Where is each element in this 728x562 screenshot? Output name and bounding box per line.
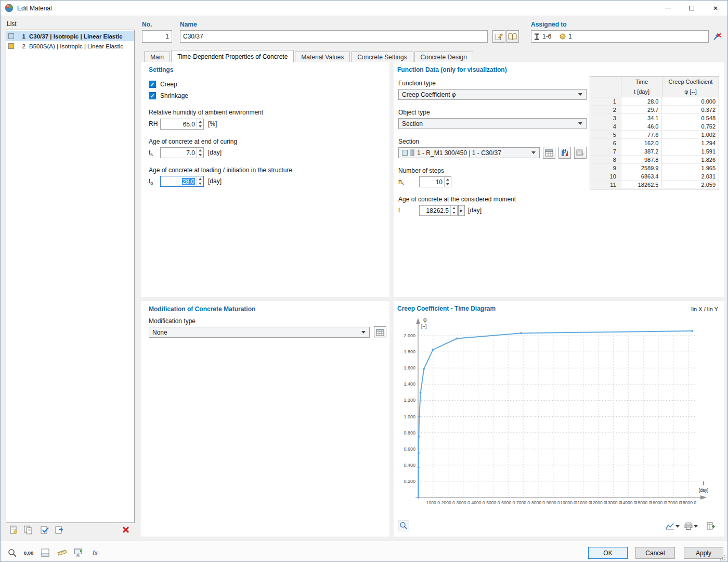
table-row[interactable]: 229.70.372 xyxy=(590,106,719,114)
import-material-button[interactable] xyxy=(54,524,65,535)
table-row[interactable]: 577.61.002 xyxy=(590,131,719,139)
new-section-button[interactable] xyxy=(574,147,587,159)
tab-time-dependent-properties-of-concrete[interactable]: Time-Dependent Properties of Concrete xyxy=(171,50,294,62)
function-type-label: Function type xyxy=(398,80,436,87)
table-cell: 3 xyxy=(590,114,621,122)
check-materials-button[interactable] xyxy=(39,524,50,535)
zoom-button[interactable] xyxy=(398,520,409,531)
steps-input[interactable]: 10 xyxy=(419,176,451,187)
spin-down-icon[interactable] xyxy=(197,124,203,130)
shrinkage-checkbox[interactable]: ✓ Shrinkage xyxy=(149,92,188,100)
svg-text:0.400: 0.400 xyxy=(404,463,415,468)
table-cell: 6863.4 xyxy=(621,172,662,180)
table-row[interactable]: 334.10.548 xyxy=(590,114,719,122)
list-item[interactable]: 1C30/37 | Isotropic | Linear Elastic xyxy=(6,31,134,41)
creep-checkbox[interactable]: ✓ Creep xyxy=(149,80,177,88)
table-row[interactable]: 92589.91.965 xyxy=(590,164,719,172)
bottom-toolbar: 0,00 fx OK Cancel Apply xyxy=(1,541,727,562)
assigned-to-field[interactable]: 1-6 1 xyxy=(531,30,709,43)
tab-material-values[interactable]: Material Values xyxy=(295,52,350,62)
units-button[interactable] xyxy=(56,546,68,559)
svg-text:14000.0: 14000.0 xyxy=(620,500,636,505)
curing-input[interactable]: 7.0 xyxy=(160,147,204,158)
object-type-select[interactable]: Section xyxy=(398,118,587,129)
spin-down-icon[interactable] xyxy=(197,153,203,158)
resize-grip[interactable] xyxy=(720,555,726,561)
spin-up-icon[interactable] xyxy=(197,148,203,153)
svg-text:7000.0: 7000.0 xyxy=(516,500,530,505)
print-button[interactable] xyxy=(683,521,699,531)
section-dialog-button[interactable]: 1 xyxy=(558,147,571,159)
section-library-button[interactable] xyxy=(543,147,555,159)
spin-up-icon[interactable] xyxy=(197,176,203,182)
decimal-places-button[interactable]: 0,00 xyxy=(22,546,35,559)
new-material-button[interactable] xyxy=(8,524,19,535)
svg-text:16000.0: 16000.0 xyxy=(651,500,667,505)
table-row[interactable]: 128.00.000 xyxy=(590,97,719,106)
moment-input[interactable]: 18262.5 xyxy=(419,205,458,216)
material-library-button[interactable] xyxy=(506,30,519,43)
spin-up-icon[interactable] xyxy=(445,177,451,182)
section-select[interactable]: 1 - R_M1 300/450 | 1 - C30/37 xyxy=(398,147,540,158)
tab-concrete-settings[interactable]: Concrete Settings xyxy=(351,52,413,62)
export-table-button[interactable] xyxy=(705,520,717,531)
function-editor-button[interactable]: fx xyxy=(89,546,101,559)
table-cell: 2.031 xyxy=(662,172,719,180)
display-settings-button[interactable] xyxy=(72,546,85,559)
modification-type-select[interactable]: None xyxy=(149,327,370,338)
spin-down-icon[interactable] xyxy=(445,182,451,187)
material-name-input[interactable]: C30/37 xyxy=(180,30,488,43)
delete-material-button[interactable] xyxy=(120,524,132,535)
list-item[interactable]: 2B500S(A) | Isotropic | Linear Elastic xyxy=(6,41,134,51)
loading-symbol: to xyxy=(149,176,153,187)
table-row[interactable]: 6162.01.294 xyxy=(590,139,719,147)
tab-concrete-design[interactable]: Concrete Design xyxy=(414,52,473,62)
axis-scale-label[interactable]: lin X / lin Y xyxy=(691,306,718,312)
section-profile-icon xyxy=(410,149,414,156)
close-button[interactable]: ✕ xyxy=(704,1,727,16)
loading-input[interactable]: 28.0 xyxy=(160,176,204,187)
table-cell: 18262.5 xyxy=(621,181,662,188)
tab-main[interactable]: Main xyxy=(144,52,170,62)
cancel-button[interactable]: Cancel xyxy=(635,547,675,559)
function-type-select[interactable]: Creep Coefficient φ xyxy=(398,89,587,100)
tab-bar: MainTime-Dependent Properties of Concret… xyxy=(144,50,473,62)
library-grid-icon xyxy=(376,329,384,336)
table-cell: 46.0 xyxy=(621,122,662,130)
chevron-down-icon xyxy=(578,92,583,97)
minimize-button[interactable] xyxy=(656,1,680,16)
step-forward-button[interactable]: ▶ xyxy=(458,205,465,216)
book-icon xyxy=(508,33,517,41)
table-cell: 0.548 xyxy=(662,114,719,122)
checkbox-checked-icon[interactable]: ✓ xyxy=(149,81,156,88)
svg-text:15000.0: 15000.0 xyxy=(635,500,652,505)
table-row[interactable]: 1118262.52.059 xyxy=(590,181,719,189)
edit-name-button[interactable] xyxy=(492,30,505,43)
humidity-label: Relative humidity of ambient environment xyxy=(149,109,263,116)
table-row[interactable]: 8987.81.826 xyxy=(590,156,719,164)
table-row[interactable]: 446.00.752 xyxy=(590,122,719,131)
ok-button[interactable]: OK xyxy=(588,547,628,559)
spin-down-icon[interactable] xyxy=(451,211,457,216)
spin-up-icon[interactable] xyxy=(451,206,457,211)
maturation-title: Modification of Concrete Maturation xyxy=(149,305,255,313)
table-row[interactable]: 106863.42.031 xyxy=(590,172,719,181)
titlebar: Edit Material ✕ xyxy=(1,1,727,16)
decimal-places-icon: 0,00 xyxy=(24,550,34,556)
maturation-library-button[interactable] xyxy=(374,326,386,338)
humidity-input[interactable]: 65.0 xyxy=(160,119,204,130)
spin-up-icon[interactable] xyxy=(197,119,203,124)
search-button[interactable] xyxy=(6,546,18,559)
table-cell: 1.965 xyxy=(662,164,719,172)
diagram-options-button[interactable] xyxy=(664,521,681,531)
checkbox-checked-icon[interactable]: ✓ xyxy=(149,92,156,99)
select-objects-button[interactable] xyxy=(711,31,723,42)
copy-material-button[interactable] xyxy=(22,524,34,535)
spin-down-icon[interactable] xyxy=(197,182,203,187)
apply-button[interactable]: Apply xyxy=(684,547,723,559)
modification-type-label: Modification type xyxy=(149,317,196,325)
color-box-button[interactable] xyxy=(39,546,51,559)
material-no-value: 1 xyxy=(165,33,169,40)
maximize-button[interactable] xyxy=(680,1,704,16)
table-row[interactable]: 7387.21.591 xyxy=(590,147,719,156)
